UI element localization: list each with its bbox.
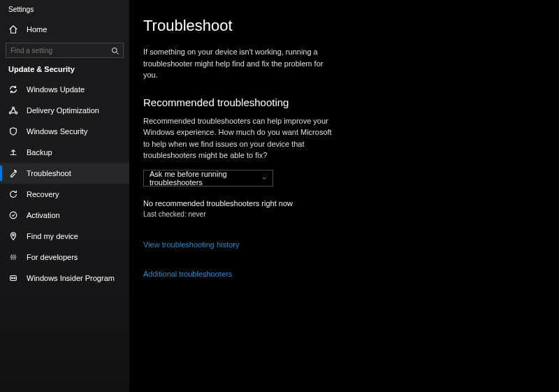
sidebar-item-windows-security[interactable]: Windows Security [0,121,129,142]
main-panel: Troubleshoot If something on your device… [129,0,559,392]
sidebar-item-label: Windows Insider Program [27,274,115,282]
recovery-icon [8,189,18,199]
svg-point-9 [14,277,15,279]
sidebar-item-windows-update[interactable]: Windows Update [0,79,129,100]
sidebar-item-delivery-optimization[interactable]: Delivery Optimization [0,100,129,121]
delivery-icon [8,106,18,115]
recommended-status: No recommended troubleshooters right now [143,199,559,208]
recommended-description: Recommended troubleshooters can help imp… [143,115,339,161]
svg-point-8 [11,277,13,279]
sidebar-item-label: Activation [27,211,60,219]
backup-icon [8,147,18,157]
sidebar-item-find-my-device[interactable]: Find my device [0,226,129,247]
refresh-icon [8,85,18,94]
chevron-down-icon [261,175,267,182]
shield-icon [8,126,18,136]
sidebar-item-label: For developers [27,253,78,261]
troubleshoot-icon [8,168,18,178]
home-label: Home [27,25,47,34]
sidebar-item-label: Delivery Optimization [27,106,99,115]
sidebar-section-title: Update & Security [0,65,129,79]
page-intro: If something on your device isn't workin… [143,46,325,81]
insider-icon [8,273,18,283]
developers-icon [8,252,18,262]
activation-icon [8,210,18,220]
search-field[interactable] [6,43,124,58]
sidebar-item-label: Find my device [27,232,78,240]
page-title: Troubleshoot [143,17,559,35]
dropdown-value: Ask me before running troubleshooters [150,170,261,187]
search-input[interactable] [6,43,124,58]
find-device-icon [8,231,18,241]
sidebar-item-label: Recovery [27,190,59,198]
home-button[interactable]: Home [0,19,129,40]
link-additional-troubleshooters[interactable]: Additional troubleshooters [143,270,232,278]
link-troubleshooting-history[interactable]: View troubleshooting history [143,240,239,249]
sidebar-item-for-developers[interactable]: For developers [0,247,129,268]
sidebar-item-windows-insider[interactable]: Windows Insider Program [0,268,129,289]
recommended-dropdown[interactable]: Ask me before running troubleshooters [143,170,273,187]
sidebar-item-label: Troubleshoot [27,169,71,177]
sidebar-item-backup[interactable]: Backup [0,142,129,163]
sidebar-item-label: Backup [27,148,52,157]
sidebar-item-activation[interactable]: Activation [0,205,129,226]
sidebar-item-troubleshoot[interactable]: Troubleshoot [0,163,129,184]
sidebar: Settings Home Update & Security Windows … [0,0,129,392]
svg-point-6 [13,234,15,236]
last-checked: Last checked: never [143,210,559,218]
recommended-heading: Recommended troubleshooting [143,96,559,108]
sidebar-item-label: Windows Update [27,85,85,94]
home-icon [8,24,18,34]
sidebar-item-label: Windows Security [27,127,87,136]
app-title: Settings [0,6,129,19]
sidebar-item-recovery[interactable]: Recovery [0,184,129,205]
